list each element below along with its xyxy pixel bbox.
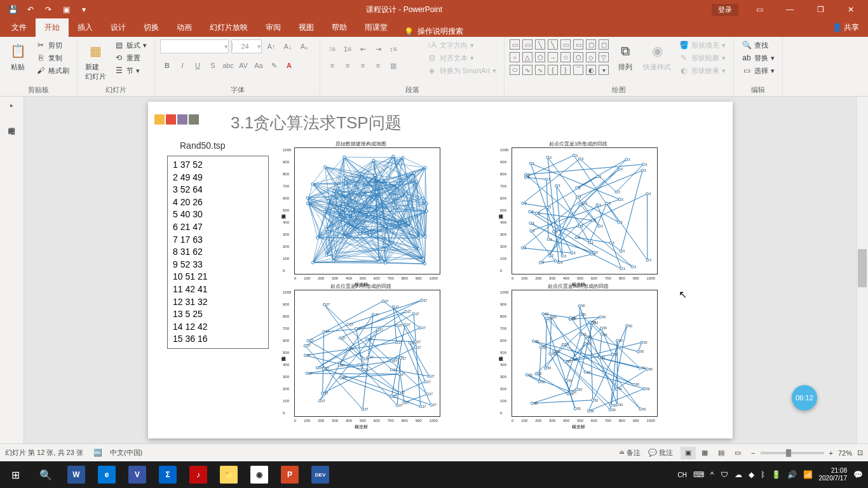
indent-dec-icon[interactable]: ⇤ (356, 42, 370, 56)
ime-indicator[interactable]: CH (677, 471, 686, 478)
recording-timer[interactable]: 06:12 (792, 385, 817, 410)
new-slide-button[interactable]: ▦ 新建 幻灯片 (83, 39, 109, 83)
highlight-button[interactable]: ✎ (267, 58, 281, 72)
tab-review[interactable]: 审阅 (257, 18, 290, 37)
taskbar-explorer[interactable]: 📁 (214, 461, 244, 488)
zoom-slider[interactable] (761, 452, 824, 454)
ime-mode-icon[interactable]: ⌨ (693, 470, 704, 479)
undo-icon[interactable]: ↶ (23, 2, 38, 17)
font-color-button[interactable]: A (282, 58, 296, 72)
taskbar-dev[interactable]: DEV (305, 461, 336, 488)
case-button[interactable]: Aa (252, 58, 266, 72)
zoom-level[interactable]: 72% (838, 449, 852, 457)
reading-view-icon[interactable]: ▤ (714, 447, 729, 459)
taskbar-netease[interactable]: ♪ (183, 461, 214, 488)
tab-transitions[interactable]: 切换 (135, 18, 168, 37)
italic-button[interactable]: I (175, 58, 189, 72)
shadow-button[interactable]: abc (221, 58, 235, 72)
maximize-icon[interactable]: ❐ (806, 0, 835, 19)
taskbar-word[interactable]: W (61, 461, 92, 488)
tray-battery-icon[interactable]: 🔋 (771, 470, 781, 479)
ribbon-options-icon[interactable]: ▭ (745, 0, 774, 19)
taskbar-powerpoint[interactable]: P (275, 461, 305, 488)
tray-bt-icon[interactable]: ᛒ (761, 470, 765, 479)
tab-file[interactable]: 文件 (3, 18, 36, 37)
zoom-out-icon[interactable]: − (751, 449, 755, 457)
close-icon[interactable]: ✕ (836, 0, 865, 19)
tray-app-icon[interactable]: ◆ (749, 470, 754, 479)
tray-wifi-icon[interactable]: 📶 (803, 470, 813, 479)
increase-font-icon[interactable]: A↑ (264, 39, 278, 53)
bold-button[interactable]: B (160, 58, 174, 72)
tray-volume-icon[interactable]: 🔊 (787, 470, 797, 479)
reset-button[interactable]: ⟲重置 (111, 52, 149, 64)
comments-button[interactable]: 💬 批注 (648, 448, 673, 458)
tell-me-search[interactable]: 💡 操作说明搜索 (397, 26, 471, 37)
tray-cloud-icon[interactable]: ☁ (735, 470, 742, 479)
share-button[interactable]: 👤 共享 (824, 18, 868, 37)
text-direction-button[interactable]: ↕A文字方向 ▾ (424, 39, 499, 51)
line-spacing-icon[interactable]: ↕≡ (386, 42, 400, 56)
fit-window-icon[interactable]: ⊡ (857, 449, 863, 457)
tray-up-icon[interactable]: ^ (710, 470, 714, 479)
tab-insert[interactable]: 插入 (69, 18, 102, 37)
align-center-icon[interactable]: ≡ (341, 58, 355, 72)
shapes-gallery[interactable]: ▭▭╲╲▭▭▢▢ ○△⬠→☆⬡◇▽ ⬭∿∿{}⌒◐▾ (510, 39, 610, 76)
decrease-font-icon[interactable]: A↓ (281, 39, 295, 53)
convert-smartart-button[interactable]: ◈转换为 SmartArt ▾ (424, 65, 499, 76)
tray-shield-icon[interactable]: 🛡 (721, 470, 728, 479)
tab-view[interactable]: 视图 (290, 18, 323, 37)
notes-button[interactable]: ≐ 备注 (619, 448, 641, 458)
align-left-icon[interactable]: ≡ (325, 58, 339, 72)
taskbar-sigma[interactable]: Σ (153, 461, 183, 488)
columns-icon[interactable]: ▥ (386, 58, 400, 72)
justify-icon[interactable]: ≡ (371, 58, 385, 72)
tab-rain[interactable]: 雨课堂 (356, 18, 397, 37)
tab-home[interactable]: 开始 (36, 18, 69, 37)
minimize-icon[interactable]: ― (775, 0, 804, 19)
font-size-combo[interactable]: 24▾ (231, 39, 262, 53)
copy-button[interactable]: ⎘复制 (33, 52, 72, 64)
paste-button[interactable]: 📋 粘贴 (5, 39, 31, 73)
arrange-button[interactable]: ⧉ 排列 (613, 39, 638, 73)
qat-more-icon[interactable]: ▾ (76, 2, 92, 17)
tab-help[interactable]: 帮助 (323, 18, 356, 37)
tab-design[interactable]: 设计 (102, 18, 135, 37)
quick-styles-button[interactable]: ◉ 快速样式 (641, 39, 674, 73)
tab-animations[interactable]: 动画 (168, 18, 201, 37)
align-text-button[interactable]: ⊟对齐文本 ▾ (424, 52, 499, 64)
start-from-beginning-icon[interactable]: ▣ (58, 2, 74, 17)
language-indicator[interactable]: 中文(中国) (110, 448, 142, 458)
section-button[interactable]: ☰节 ▾ (111, 65, 149, 76)
clear-format-icon[interactable]: Aₓ (297, 39, 311, 53)
font-name-combo[interactable]: ▾ (160, 39, 229, 53)
login-button[interactable]: 登录 (712, 4, 738, 16)
save-icon[interactable]: 💾 (5, 2, 20, 17)
normal-view-icon[interactable]: ▣ (681, 447, 696, 459)
tab-slideshow[interactable]: 幻灯片放映 (201, 18, 257, 37)
start-button[interactable]: ⊞ (0, 461, 31, 488)
find-button[interactable]: 🔍查找 (739, 39, 777, 51)
underline-button[interactable]: U (191, 58, 205, 72)
align-right-icon[interactable]: ≡ (356, 58, 370, 72)
shape-outline-button[interactable]: ✎形状轮廓 ▾ (676, 52, 728, 64)
notifications-icon[interactable]: 💬 (853, 470, 863, 479)
spacing-button[interactable]: AV (236, 58, 250, 72)
select-button[interactable]: ▭选择 ▾ (739, 65, 777, 76)
strike-button[interactable]: S (206, 58, 220, 72)
sorter-view-icon[interactable]: ▦ (697, 447, 712, 459)
zoom-in-icon[interactable]: + (829, 449, 833, 457)
bullets-icon[interactable]: ⁝≡ (325, 42, 339, 56)
spellcheck-icon[interactable]: 🔤 (93, 449, 102, 457)
vertical-scrollbar[interactable] (857, 97, 868, 444)
numbering-icon[interactable]: 1≡ (341, 42, 355, 56)
taskbar-visio[interactable]: V (122, 461, 153, 488)
redo-icon[interactable]: ↷ (41, 2, 56, 17)
taskbar-chrome[interactable]: ◉ (244, 461, 275, 488)
format-painter-button[interactable]: 🖌格式刷 (33, 65, 72, 76)
shape-effects-button[interactable]: ◐形状效果 ▾ (676, 65, 728, 76)
cut-button[interactable]: ✂剪切 (33, 39, 72, 51)
shape-fill-button[interactable]: 🪣形状填充 ▾ (676, 39, 728, 51)
search-button[interactable]: 🔍 (31, 461, 61, 488)
taskbar-edge[interactable]: e (92, 461, 122, 488)
